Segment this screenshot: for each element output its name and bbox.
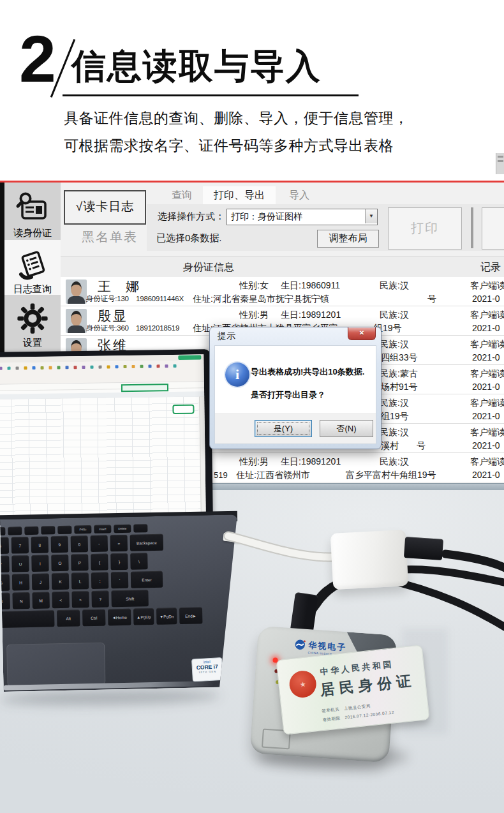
ethnic-field: 民族:汉 — [380, 310, 409, 321]
key: ? — [91, 590, 109, 608]
section-title: 信息读取与导入 — [71, 43, 322, 90]
excel-screenshot — [0, 354, 206, 516]
gear-icon — [15, 301, 50, 336]
key: { — [91, 553, 108, 571]
client-field: 客户端读 — [470, 310, 504, 321]
birthday-field: 生日:19891201 — [281, 456, 341, 468]
key: J — [32, 573, 50, 590]
usb-plug — [404, 537, 443, 560]
adjust-layout-button[interactable]: 调整布局 — [317, 230, 379, 248]
key: < — [52, 592, 70, 609]
key: - — [91, 535, 108, 552]
key — [8, 526, 22, 535]
key: Enter — [131, 571, 163, 588]
key — [57, 526, 71, 534]
birthday-field: 生日:19860911 — [281, 280, 340, 292]
ethnic-field: 民族:蒙古 — [380, 368, 418, 380]
key: 0 — [71, 535, 89, 553]
section-desc-line2: 可根据需求按名字、证件号码等多种方式导出表格 — [64, 136, 394, 156]
chevron-down-icon[interactable]: ▼ — [365, 209, 377, 223]
person-name: 王娜 — [98, 278, 141, 295]
key: 6 — [0, 537, 9, 555]
tab-print-export[interactable]: 打印、导出 — [203, 186, 276, 204]
operation-dropdown[interactable]: 打印：身份证图样 ▼ — [226, 209, 378, 225]
tab-import[interactable]: 导入 — [279, 186, 320, 204]
address-field: 住址:江西省赣州市 富乡平富村牛角组19号 — [236, 470, 436, 481]
key: M — [32, 592, 50, 609]
key — [0, 610, 55, 628]
dialog-title: 提示 — [218, 331, 235, 342]
key: PrtSc — [74, 525, 91, 534]
key: K — [52, 573, 70, 590]
china-vision-logo-icon — [294, 639, 306, 651]
blur-mosaic — [113, 278, 126, 294]
export-success-dialog: 提示 ✕ i 导出表格成功!共导出10条数据. 是否打开导出目录？ 是(Y) 否… — [209, 327, 382, 449]
laptop-keyboard-deck: PrtScInsertDelete67890-=BackspaceYUIOP{}… — [0, 514, 241, 692]
key: 8 — [31, 536, 49, 553]
excel-scrollbar — [199, 396, 206, 513]
ethnic-field: 民族:汉 — [380, 398, 409, 409]
key — [133, 524, 147, 532]
key: Y — [0, 556, 10, 573]
gender-field: 性别:女 — [239, 280, 269, 292]
excel-share-button — [178, 355, 201, 360]
client-field: 客户端读 — [470, 398, 504, 409]
sidebar-label: 日志查询 — [4, 283, 61, 295]
key: ' — [111, 572, 129, 589]
gender-field: 性别:男 — [239, 310, 269, 321]
address-fragment: 溪村 号 — [381, 440, 426, 452]
key: ◄Home — [108, 609, 131, 626]
gender-field: 性别:男 — [239, 456, 269, 468]
key: G — [0, 574, 10, 592]
blur-mosaic — [128, 308, 141, 323]
table-row[interactable]: 王娜 性别:女 生日:19860911 民族:汉 客户端读 身份证号:130 1… — [61, 277, 504, 306]
col-id-info: 身份证信息 — [183, 261, 234, 274]
blacklist-button[interactable]: 黑名单表 — [82, 228, 138, 246]
sidebar-item-read-id[interactable]: 读身份证 — [4, 186, 61, 240]
key: L — [71, 572, 89, 590]
record-time-field: 2021-0 — [472, 323, 500, 333]
id-number-fragment: 519 — [214, 470, 228, 480]
scrollbar-fragment[interactable] — [496, 153, 504, 174]
laptop-screen — [0, 349, 213, 520]
key: Backspace — [130, 534, 164, 551]
keyboard: PrtScInsertDelete67890-=BackspaceYUIOP{}… — [0, 523, 218, 630]
partial-button[interactable] — [482, 207, 504, 250]
intel-sticker: intel CORE i7 10TH GEN — [191, 657, 223, 682]
close-icon[interactable]: ✕ — [348, 327, 376, 340]
national-emblem-icon: ★ — [288, 669, 318, 699]
sidebar-item-settings[interactable]: 设置 — [4, 296, 61, 350]
no-button[interactable]: 否(N) — [320, 420, 373, 437]
key: > — [71, 591, 89, 608]
usb-hub-adapter — [330, 530, 408, 590]
print-button[interactable]: 打印 — [388, 207, 462, 250]
client-field: 客户端读 — [470, 427, 504, 438]
operation-label: 选择操作方式： — [158, 211, 225, 223]
title-underline — [63, 94, 359, 96]
record-time-field: 2021-0 — [472, 294, 500, 304]
key: ▲PgUp — [133, 608, 154, 625]
table-header: 身份证信息 记录 — [61, 256, 504, 278]
dialog-footer: 是(Y) 否(N) — [215, 414, 376, 444]
key: ; — [91, 572, 109, 589]
key: } — [110, 553, 128, 571]
section-number: 2 — [19, 26, 56, 92]
key: P — [71, 554, 89, 571]
dialog-body: i 导出表格成功!共导出10条数据. 是否打开导出目录？ 是(Y) 否(N) — [214, 345, 376, 444]
birthday-field: 生日:19891201 — [281, 310, 341, 321]
client-field: 客户端读 — [470, 368, 504, 380]
id-photo — [66, 309, 87, 333]
yes-button[interactable]: 是(Y) — [255, 420, 312, 437]
sidebar-item-log-query[interactable]: 日志查询 — [4, 240, 61, 295]
usbc-connector — [223, 533, 241, 543]
person-name: 殷显 — [98, 307, 141, 325]
id-number-field: 身份证号:130 19860911446X — [86, 294, 184, 304]
excel-grid — [0, 396, 202, 516]
read-card-log-button[interactable]: √读卡日志 — [64, 190, 146, 225]
id-photo — [66, 280, 87, 304]
tab-query[interactable]: 查询 — [163, 186, 201, 204]
panel-divider — [471, 207, 473, 248]
key: ▼PgDn — [156, 608, 177, 625]
key — [41, 526, 55, 534]
ethnic-field: 民族:汉 — [380, 427, 409, 438]
